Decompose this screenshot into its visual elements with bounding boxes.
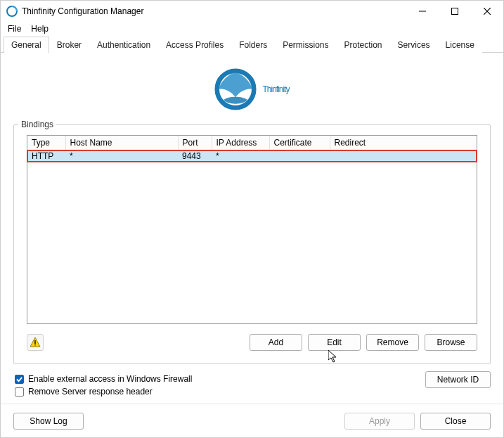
col-cert[interactable]: Certificate: [269, 136, 330, 150]
col-host[interactable]: Host Name: [65, 136, 178, 150]
tab-authentication[interactable]: Authentication: [89, 37, 158, 53]
cell-redirect: [330, 150, 477, 162]
logo-text: Thinfinity: [262, 84, 289, 94]
tab-protection[interactable]: Protection: [337, 37, 390, 53]
remove-header-checkbox[interactable]: Remove Server response header: [15, 387, 192, 397]
remove-header-label: Remove Server response header: [28, 387, 153, 397]
tab-permissions[interactable]: Permissions: [275, 37, 336, 53]
show-log-button[interactable]: Show Log: [13, 413, 84, 430]
tab-license[interactable]: License: [438, 37, 482, 53]
logo-area: Thinfinity: [13, 61, 491, 124]
col-type[interactable]: Type: [27, 136, 65, 150]
product-logo: Thinfinity: [214, 68, 289, 110]
cell-port: 9443: [178, 150, 212, 162]
tab-general[interactable]: General: [4, 37, 49, 53]
checkbox-icon: [15, 387, 24, 397]
svg-rect-6: [34, 340, 35, 344]
footer-bar: Show Log Apply Close: [1, 404, 503, 437]
cell-ip: *: [212, 150, 269, 162]
add-button[interactable]: Add: [250, 334, 302, 351]
tab-access-profiles[interactable]: Access Profiles: [158, 37, 231, 53]
checkbox-icon: [15, 375, 24, 384]
window-title: Thinfinity Configuration Manager: [22, 6, 143, 16]
menu-bar: File Help: [1, 22, 503, 36]
maximize-button[interactable]: [439, 1, 471, 22]
tab-folders[interactable]: Folders: [231, 37, 275, 53]
menu-help[interactable]: Help: [27, 22, 53, 35]
tab-strip: General Broker Authentication Access Pro…: [1, 36, 503, 53]
options-row: Enable external access in Windows Firewa…: [13, 364, 491, 397]
firewall-checkbox[interactable]: Enable external access in Windows Firewa…: [15, 374, 192, 384]
logo-mark-icon: [214, 68, 257, 110]
col-ip[interactable]: IP Address: [212, 136, 269, 150]
svg-rect-7: [34, 344, 35, 345]
tab-content: Thinfinity Bindings Type Host Name Port …: [1, 53, 503, 404]
edit-button[interactable]: Edit: [308, 334, 361, 351]
bindings-table[interactable]: Type Host Name Port IP Address Certifica…: [27, 135, 477, 324]
app-window: Thinfinity Configuration Manager File He…: [0, 0, 504, 438]
col-port[interactable]: Port: [178, 136, 212, 150]
apply-button[interactable]: Apply: [344, 413, 415, 430]
firewall-label: Enable external access in Windows Firewa…: [28, 374, 192, 384]
cell-cert: [269, 150, 330, 162]
svg-rect-2: [452, 8, 458, 15]
cell-host: *: [65, 150, 178, 162]
cell-type: HTTP: [27, 150, 65, 162]
browse-button[interactable]: Browse: [425, 334, 477, 351]
table-row[interactable]: HTTP * 9443 *: [27, 150, 477, 162]
warning-icon[interactable]: [27, 334, 44, 351]
bindings-group: Bindings Type Host Name Port IP Address …: [13, 124, 491, 364]
table-header-row: Type Host Name Port IP Address Certifica…: [27, 136, 477, 150]
bindings-label: Bindings: [18, 120, 56, 129]
menu-file[interactable]: File: [4, 22, 25, 35]
tab-services[interactable]: Services: [390, 37, 438, 53]
minimize-button[interactable]: [406, 1, 439, 22]
remove-button[interactable]: Remove: [366, 334, 419, 351]
col-redirect[interactable]: Redirect: [330, 136, 477, 150]
app-icon: [6, 6, 18, 17]
network-id-button[interactable]: Network ID: [425, 371, 491, 388]
checkbox-group: Enable external access in Windows Firewa…: [13, 374, 192, 397]
close-dialog-button[interactable]: Close: [420, 413, 491, 430]
close-button[interactable]: [471, 1, 503, 22]
tab-broker[interactable]: Broker: [49, 37, 89, 53]
bindings-button-row: Add Edit Remove Browse: [27, 334, 477, 351]
title-bar: Thinfinity Configuration Manager: [1, 1, 503, 22]
